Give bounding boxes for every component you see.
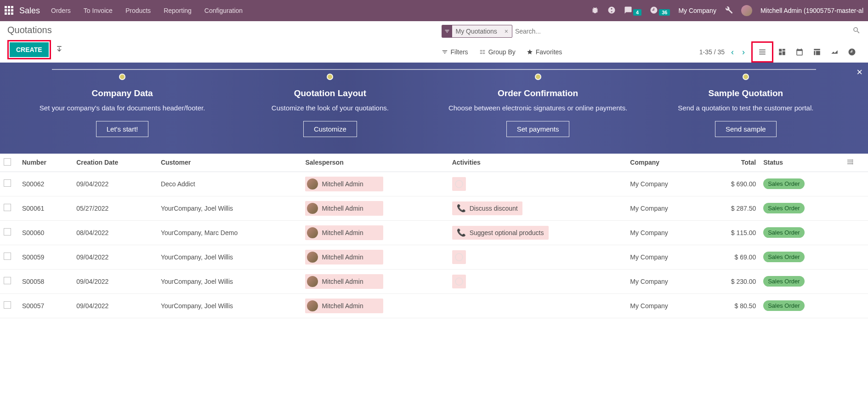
view-pivot-icon[interactable] — [808, 44, 826, 60]
create-button[interactable]: CREATE — [10, 42, 49, 57]
breadcrumb: Quotations — [7, 25, 434, 35]
user-avatar[interactable] — [741, 5, 752, 16]
table-row[interactable]: S00059 09/04/2022 YourCompany, Joel Will… — [0, 245, 868, 269]
select-all-checkbox[interactable] — [4, 158, 11, 166]
row-checkbox[interactable] — [4, 179, 11, 187]
salesperson-cell[interactable]: Mitchell Admin — [305, 201, 383, 216]
highlight-list-view — [751, 41, 773, 63]
col-creation-date[interactable]: Creation Date — [73, 154, 157, 172]
col-salesperson[interactable]: Salesperson — [301, 154, 448, 172]
tools-icon[interactable] — [725, 6, 733, 16]
pager-next-icon[interactable]: › — [740, 47, 747, 57]
search-icon[interactable] — [852, 26, 861, 37]
row-checkbox[interactable] — [4, 277, 11, 284]
avatar — [307, 227, 318, 238]
view-list-icon[interactable] — [754, 44, 771, 60]
activity-cell[interactable] — [452, 177, 466, 191]
col-total[interactable]: Total — [704, 154, 760, 172]
cell-company: My Company — [626, 196, 704, 220]
optional-columns-icon[interactable] — [843, 154, 868, 172]
group-by-label: Group By — [488, 48, 516, 56]
cell-company: My Company — [626, 293, 704, 318]
table-row[interactable]: S00057 09/04/2022 YourCompany, Joel Will… — [0, 293, 868, 318]
view-calendar-icon[interactable] — [791, 44, 808, 60]
salesperson-cell[interactable]: Mitchell Admin — [305, 177, 383, 191]
bug-icon[interactable] — [591, 6, 599, 16]
nav-configuration[interactable]: Configuration — [204, 7, 243, 14]
cell-total: $ 230.00 — [704, 269, 760, 293]
activity-cell[interactable]: 📞Discuss discount — [452, 201, 522, 215]
company-selector[interactable]: My Company — [678, 7, 716, 14]
pager-prev-icon[interactable]: ‹ — [729, 47, 736, 57]
set-payments-button[interactable]: Set payments — [506, 121, 570, 137]
cell-customer: Deco Addict — [157, 172, 302, 196]
row-checkbox[interactable] — [4, 301, 11, 309]
view-switcher — [751, 41, 861, 63]
row-checkbox[interactable] — [4, 228, 11, 236]
col-number[interactable]: Number — [18, 154, 73, 172]
col-company[interactable]: Company — [626, 154, 704, 172]
activity-cell[interactable] — [452, 250, 466, 264]
table-row[interactable]: S00062 09/04/2022 Deco Addict Mitchell A… — [0, 172, 868, 196]
search-input[interactable] — [515, 26, 852, 37]
table-row[interactable]: S00061 05/27/2022 YourCompany, Joel Will… — [0, 196, 868, 220]
table-row[interactable]: S00060 08/04/2022 YourCompany, Marc Demo… — [0, 220, 868, 245]
nav-orders[interactable]: Orders — [51, 7, 71, 14]
activities-icon[interactable]: 36 — [650, 6, 670, 16]
salesperson-cell[interactable]: Mitchell Admin — [305, 274, 383, 289]
row-checkbox[interactable] — [4, 253, 11, 260]
app-brand[interactable]: Sales — [19, 6, 40, 16]
avatar — [307, 300, 318, 311]
salesperson-cell[interactable]: Mitchell Admin — [305, 250, 383, 264]
step-desc: Choose between electronic signatures or … — [439, 103, 637, 114]
customize-button[interactable]: Customize — [303, 121, 357, 137]
cell-date: 08/04/2022 — [73, 220, 157, 245]
user-name[interactable]: Mitchell Admin (19005757-master-al — [760, 7, 863, 14]
facet-label: My Quotations — [452, 28, 501, 35]
facet-close-icon[interactable]: × — [501, 28, 512, 35]
top-navbar: Sales Orders To Invoice Products Reporti… — [0, 0, 868, 21]
support-icon[interactable] — [607, 6, 616, 16]
pager-text[interactable]: 1-35 / 35 — [699, 48, 725, 56]
filters-label: Filters — [451, 48, 468, 56]
cell-total: $ 80.50 — [704, 293, 760, 318]
send-sample-button[interactable]: Send sample — [715, 121, 777, 137]
nav-products[interactable]: Products — [125, 7, 151, 14]
step-desc: Set your company's data for documents he… — [23, 103, 221, 114]
status-badge: Sales Order — [763, 227, 804, 238]
phone-icon: 📞 — [457, 204, 466, 213]
activity-cell[interactable]: 📞Suggest optional products — [452, 226, 549, 240]
step-desc: Customize the look of your quotations. — [231, 103, 429, 114]
download-icon[interactable] — [56, 46, 63, 54]
col-activities[interactable]: Activities — [448, 154, 627, 172]
table-row[interactable]: S00058 09/04/2022 YourCompany, Joel Will… — [0, 269, 868, 293]
salesperson-cell[interactable]: Mitchell Admin — [305, 225, 383, 240]
lets-start-button[interactable]: Let's start! — [96, 121, 149, 137]
filters-button[interactable]: Filters — [442, 48, 468, 56]
cell-customer: YourCompany, Joel Willis — [157, 196, 302, 220]
cell-date: 09/04/2022 — [73, 293, 157, 318]
col-status[interactable]: Status — [760, 154, 843, 172]
nav-to-invoice[interactable]: To Invoice — [84, 7, 113, 14]
col-customer[interactable]: Customer — [157, 154, 302, 172]
favorites-button[interactable]: Favorites — [527, 48, 562, 56]
salesperson-cell[interactable]: Mitchell Admin — [305, 299, 383, 313]
status-badge: Sales Order — [763, 203, 804, 213]
close-icon[interactable]: × — [857, 66, 862, 78]
cell-number: S00061 — [18, 196, 73, 220]
messages-badge: 4 — [633, 9, 641, 16]
view-graph-icon[interactable] — [826, 44, 843, 60]
messages-icon[interactable]: 4 — [624, 6, 641, 16]
cell-date: 09/04/2022 — [73, 172, 157, 196]
row-checkbox[interactable] — [4, 204, 11, 211]
apps-icon[interactable] — [5, 6, 14, 15]
view-kanban-icon[interactable] — [773, 44, 791, 60]
favorites-label: Favorites — [536, 48, 562, 56]
activity-cell[interactable] — [452, 275, 466, 288]
cell-customer: YourCompany, Joel Willis — [157, 293, 302, 318]
view-activity-icon[interactable] — [843, 44, 861, 60]
nav-reporting[interactable]: Reporting — [164, 7, 192, 14]
group-by-button[interactable]: Group By — [479, 48, 516, 56]
control-panel: Quotations CREATE My Quotations × — [0, 21, 868, 63]
cell-company: My Company — [626, 245, 704, 269]
